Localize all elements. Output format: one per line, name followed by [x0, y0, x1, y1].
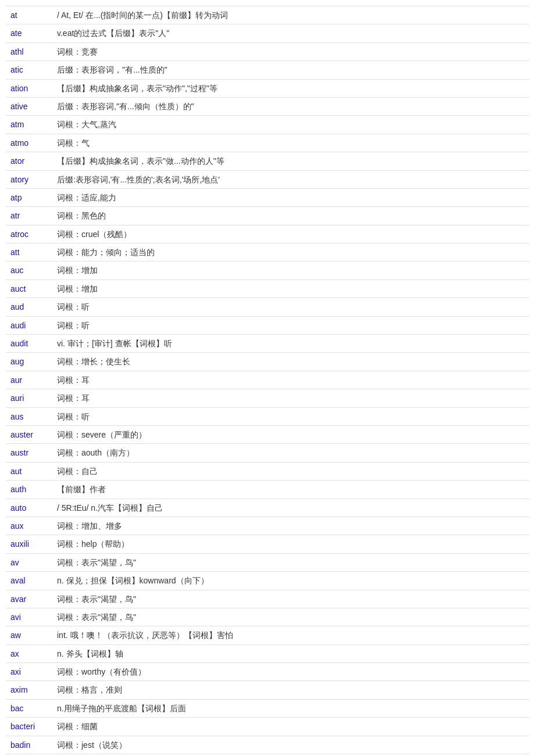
word-cell[interactable]: auth — [6, 481, 52, 499]
table-row: atory后缀:表形容词,'有...性质的';表名词,'场所,地点' — [6, 170, 529, 188]
word-cell[interactable]: bac — [6, 699, 52, 717]
table-row: ative后缀：表形容词,"有...倾向（性质）的" — [6, 97, 529, 115]
word-cell[interactable]: auct — [6, 280, 52, 298]
table-row: atic后缀：表形容词，"有...性质的" — [6, 61, 529, 79]
definition-cell: 词根：表示"渴望，鸟" — [52, 590, 529, 608]
definition-cell: vi. 审计；[审计] 查帐【词根】听 — [52, 335, 529, 353]
word-cell[interactable]: avar — [6, 590, 52, 608]
table-row: auster词根：severe（严重的） — [6, 425, 529, 443]
word-cell[interactable]: auc — [6, 261, 52, 280]
word-cell[interactable]: ation — [6, 79, 52, 97]
definition-cell: 词根：听 — [52, 407, 529, 425]
word-cell[interactable]: aw — [6, 626, 52, 644]
word-cell[interactable]: audi — [6, 316, 52, 334]
definition-cell: / At, Et/ 在...(指时间的某一点)【前缀】转为动词 — [52, 6, 529, 24]
definition-cell: 词根：表示"渴望，鸟" — [52, 553, 529, 571]
definition-cell: 【后缀】构成抽象名词，表示"做...动作的人"等 — [52, 152, 529, 170]
word-cell[interactable]: bak — [6, 754, 52, 756]
definition-cell: 词根：黑色的 — [52, 207, 529, 225]
word-cell[interactable]: att — [6, 243, 52, 261]
word-cell[interactable]: aus — [6, 407, 52, 425]
table-row: aur词根：耳 — [6, 371, 529, 389]
table-row: avaln. 保兑；担保【词根】kownward（向下） — [6, 572, 529, 590]
definition-cell: 词根：听 — [52, 316, 529, 334]
word-cell[interactable]: atroc — [6, 225, 52, 243]
table-row: atev.eat的过去式【后缀】表示"人" — [6, 24, 529, 42]
definition-cell: n. 保兑；担保【词根】kownward（向下） — [52, 572, 529, 590]
definition-cell: 词根：听 — [52, 298, 529, 316]
table-row: bak词根：热 — [6, 754, 529, 756]
definition-cell: 词根：jest（说笑） — [52, 736, 529, 754]
definition-cell: 词根：能力；倾向；适当的 — [52, 243, 529, 261]
definition-cell: 词根：大气,蒸汽 — [52, 116, 529, 134]
table-row: axi词根：worthy（有价值） — [6, 663, 529, 681]
definition-cell: 词根：增加 — [52, 261, 529, 280]
word-cell[interactable]: axim — [6, 681, 52, 699]
table-row: att词根：能力；倾向；适当的 — [6, 243, 529, 261]
definition-cell: 词根：增加 — [52, 280, 529, 298]
word-cell[interactable]: axi — [6, 663, 52, 681]
word-cell[interactable]: atr — [6, 207, 52, 225]
word-cell[interactable]: atic — [6, 61, 52, 79]
table-row: auxili词根：help（帮助） — [6, 535, 529, 553]
table-row: badin词根：jest（说笑） — [6, 736, 529, 754]
table-row: auct词根：增加 — [6, 280, 529, 298]
dictionary-table: at/ At, Et/ 在...(指时间的某一点)【前缀】转为动词atev.ea… — [6, 6, 529, 756]
word-cell[interactable]: aut — [6, 462, 52, 480]
table-row: at/ At, Et/ 在...(指时间的某一点)【前缀】转为动词 — [6, 6, 529, 24]
definition-cell: / 5R:tEu/ n.汽车【词根】自己 — [52, 499, 529, 517]
table-row: auri词根：耳 — [6, 389, 529, 407]
definition-cell: 词根：细菌 — [52, 718, 529, 736]
word-cell[interactable]: athl — [6, 42, 52, 60]
table-row: atr词根：黑色的 — [6, 207, 529, 225]
word-cell[interactable]: atp — [6, 188, 52, 206]
word-cell[interactable]: aval — [6, 572, 52, 590]
word-cell[interactable]: auster — [6, 425, 52, 443]
word-cell[interactable]: at — [6, 6, 52, 24]
definition-cell: 词根：cruel（残酷） — [52, 225, 529, 243]
word-cell[interactable]: ax — [6, 644, 52, 662]
table-row: awint. 哦！噢！（表示抗议，厌恶等）【词根】害怕 — [6, 626, 529, 644]
table-row: aut词根：自己 — [6, 462, 529, 480]
table-row: auditvi. 审计；[审计] 查帐【词根】听 — [6, 335, 529, 353]
word-cell[interactable]: ate — [6, 24, 52, 42]
word-cell[interactable]: austr — [6, 444, 52, 462]
word-cell[interactable]: ator — [6, 152, 52, 170]
definition-cell: 词根：热 — [52, 754, 529, 756]
definition-cell: n. 斧头【词根】轴 — [52, 644, 529, 662]
table-row: atmo词根：气 — [6, 134, 529, 152]
table-row: aux词根：增加、增多 — [6, 517, 529, 535]
word-cell[interactable]: avi — [6, 608, 52, 626]
word-cell[interactable]: atmo — [6, 134, 52, 152]
table-row: axn. 斧头【词根】轴 — [6, 644, 529, 662]
definition-cell: 后缀:表形容词,'有...性质的';表名词,'场所,地点' — [52, 170, 529, 188]
word-cell[interactable]: atm — [6, 116, 52, 134]
definition-cell: 词根：表示"渴望，鸟" — [52, 608, 529, 626]
word-cell[interactable]: aud — [6, 298, 52, 316]
word-cell[interactable]: atory — [6, 170, 52, 188]
word-cell[interactable]: aux — [6, 517, 52, 535]
word-cell[interactable]: bacteri — [6, 718, 52, 736]
definition-cell: 词根：耳 — [52, 371, 529, 389]
table-row: auto/ 5R:tEu/ n.汽车【词根】自己 — [6, 499, 529, 517]
definition-cell: 【后缀】构成抽象名词，表示"动作","过程"等 — [52, 79, 529, 97]
word-cell[interactable]: audit — [6, 335, 52, 353]
word-cell[interactable]: auto — [6, 499, 52, 517]
word-cell[interactable]: auxili — [6, 535, 52, 553]
table-row: atp词根：适应,能力 — [6, 188, 529, 206]
word-cell[interactable]: aug — [6, 353, 52, 371]
definition-cell: 后缀：表形容词,"有...倾向（性质）的" — [52, 97, 529, 115]
word-cell[interactable]: aur — [6, 371, 52, 389]
table-row: axim词根：格言，准则 — [6, 681, 529, 699]
word-cell[interactable]: badin — [6, 736, 52, 754]
definition-cell: 词根：aouth（南方） — [52, 444, 529, 462]
word-cell[interactable]: av — [6, 553, 52, 571]
word-cell[interactable]: ative — [6, 97, 52, 115]
definition-cell: n.用绳子拖的平底渡船【词根】后面 — [52, 699, 529, 717]
table-row: auth【前缀】作者 — [6, 481, 529, 499]
definition-cell: 词根：竞赛 — [52, 42, 529, 60]
definition-cell: 词根：自己 — [52, 462, 529, 480]
word-cell[interactable]: auri — [6, 389, 52, 407]
definition-cell: 词根：worthy（有价值） — [52, 663, 529, 681]
table-row: av词根：表示"渴望，鸟" — [6, 553, 529, 571]
